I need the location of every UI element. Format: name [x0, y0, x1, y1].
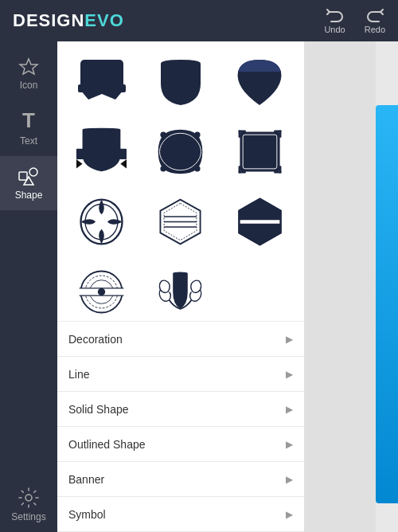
logo-design: DESIGN: [13, 10, 84, 30]
sidebar-item-settings[interactable]: Settings: [0, 478, 57, 532]
svg-marker-0: [20, 59, 37, 74]
sidebar-item-text[interactable]: T Text: [0, 100, 57, 156]
shape-grid: [57, 41, 304, 321]
sidebar-item-icon[interactable]: Icon: [0, 48, 57, 100]
svg-point-15: [195, 166, 201, 171]
redo-icon: [366, 7, 384, 23]
sidebar-shape-label: Shape: [15, 190, 43, 201]
category-solid-shape-label: Solid Shape: [68, 403, 129, 416]
shape-oval-badge[interactable]: [65, 190, 138, 253]
svg-rect-8: [78, 84, 126, 92]
header-actions: Undo Redo: [324, 7, 385, 34]
svg-marker-10: [76, 159, 83, 168]
shape-wreath-shield[interactable]: [144, 260, 217, 321]
shape-shield-banner[interactable]: [65, 119, 138, 183]
category-decoration-arrow: ▶: [286, 334, 293, 345]
shape-drip[interactable]: [224, 49, 296, 113]
svg-point-12: [161, 131, 166, 137]
svg-point-5: [25, 495, 32, 501]
redo-label: Redo: [365, 25, 385, 34]
svg-rect-23: [279, 130, 281, 137]
svg-marker-4: [24, 177, 33, 185]
canvas-area[interactable]: [304, 41, 398, 532]
svg-rect-9: [76, 148, 127, 158]
category-outlined-shape-label: Outlined Shape: [68, 438, 146, 451]
redo-button[interactable]: Redo: [365, 7, 385, 34]
category-banner-label: Banner: [68, 473, 104, 486]
svg-rect-24: [238, 166, 240, 173]
main-layout: Icon T Text Shape Settings: [0, 41, 398, 532]
category-line[interactable]: Line ▶: [57, 357, 304, 392]
sidebar-settings-label: Settings: [11, 511, 45, 522]
undo-icon: [326, 7, 344, 23]
svg-marker-11: [121, 159, 127, 168]
shape-rounded-ornate[interactable]: [144, 119, 217, 183]
svg-point-14: [161, 166, 166, 171]
shape-hexagon-striped[interactable]: [224, 190, 296, 253]
shape-circular-badge[interactable]: [65, 260, 138, 321]
category-symbol[interactable]: Symbol ▶: [57, 497, 304, 532]
header: DESIGNEVO Undo Redo: [0, 0, 398, 41]
category-line-label: Line: [68, 368, 89, 381]
category-solid-shape-arrow: ▶: [286, 404, 293, 415]
svg-text:T: T: [22, 110, 35, 132]
sidebar: Icon T Text Shape Settings: [0, 41, 57, 532]
sidebar-text-label: Text: [20, 135, 37, 147]
logo-evo: EVO: [84, 10, 123, 30]
svg-rect-2: [19, 172, 27, 180]
svg-rect-25: [279, 166, 281, 173]
shape-icon: [18, 166, 40, 186]
settings-icon: [18, 487, 39, 508]
svg-rect-16: [240, 131, 279, 171]
category-decoration[interactable]: Decoration ▶: [57, 322, 304, 357]
category-list: Decoration ▶ Line ▶ Solid Shape ▶ Outlin…: [57, 321, 304, 532]
shape-badge-top-ribbon[interactable]: [65, 49, 138, 113]
category-line-arrow: ▶: [286, 369, 293, 380]
svg-point-3: [29, 168, 37, 176]
icon-icon: [18, 57, 40, 76]
logo: DESIGNEVO: [13, 10, 124, 31]
shape-shield-simple[interactable]: [144, 49, 217, 113]
undo-label: Undo: [324, 25, 345, 34]
sidebar-item-shape[interactable]: Shape: [0, 156, 57, 210]
category-outlined-shape-arrow: ▶: [286, 439, 293, 450]
shape-hexagon-lines[interactable]: [144, 190, 217, 253]
svg-point-42: [98, 288, 105, 295]
canvas-background: [304, 41, 376, 532]
category-solid-shape[interactable]: Solid Shape ▶: [57, 392, 304, 427]
category-decoration-label: Decoration: [68, 333, 123, 346]
category-banner[interactable]: Banner ▶: [57, 462, 304, 497]
shape-ornate-frame[interactable]: [224, 119, 296, 183]
category-symbol-label: Symbol: [68, 508, 106, 521]
canvas-blue-strip: [376, 105, 398, 503]
text-icon: T: [19, 110, 38, 132]
svg-rect-22: [238, 130, 240, 137]
category-banner-arrow: ▶: [286, 474, 293, 485]
category-symbol-arrow: ▶: [286, 509, 293, 520]
svg-point-13: [195, 131, 201, 137]
content-panel: Decoration ▶ Line ▶ Solid Shape ▶ Outlin…: [57, 41, 304, 532]
category-outlined-shape[interactable]: Outlined Shape ▶: [57, 427, 304, 462]
undo-button[interactable]: Undo: [324, 7, 345, 34]
sidebar-icon-label: Icon: [20, 80, 38, 91]
